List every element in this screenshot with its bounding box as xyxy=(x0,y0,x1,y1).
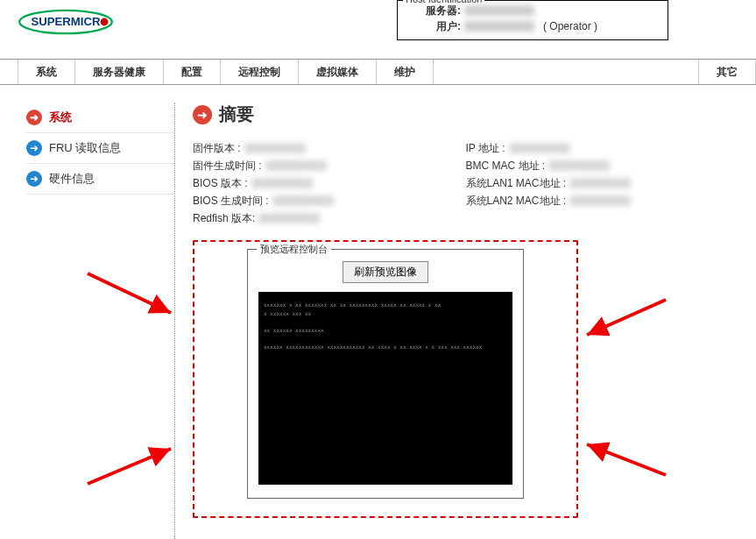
redfish-version-value: xx xyxy=(258,213,320,223)
header: SUPERMICR Host Identification 服务器: xxxxx… xyxy=(0,0,756,48)
lan2-mac-label: 系统LAN2 MAC地址 : xyxy=(466,194,570,209)
nav-system[interactable]: 系统 xyxy=(18,60,75,84)
arrow-right-icon: ➜ xyxy=(26,171,42,187)
bmc-mac-value: xxxxxxx xyxy=(548,160,610,171)
page-title-row: ➜ 摘要 xyxy=(193,103,738,126)
console-preview-image[interactable]: xxxxxxx x xx xxxxxxx xx xx xxxxxxxxx xxx… xyxy=(258,292,512,485)
ip-address-value: xxxx xyxy=(509,143,570,153)
lan2-mac-value: xxxxxx xyxy=(569,195,631,206)
refresh-preview-button[interactable]: 刷新预览图像 xyxy=(343,261,428,283)
firmware-version-value: xx xyxy=(244,143,306,153)
firmware-build-value: xxxxx xyxy=(265,160,327,171)
nav-server-health[interactable]: 服务器健康 xyxy=(75,60,164,84)
host-user-role: ( Operator ) xyxy=(543,20,597,32)
redfish-version-label: Redfish 版本: xyxy=(193,211,258,226)
firmware-build-label: 固件生成时间 : xyxy=(193,159,265,174)
sidebar: ➜ 系统 ➜ FRU 读取信息 ➜ 硬件信息 xyxy=(0,103,175,539)
ip-address-label: IP 地址 : xyxy=(466,141,509,156)
svg-line-5 xyxy=(587,300,666,335)
page-title: 摘要 xyxy=(219,103,254,126)
bmc-mac-label: BMC MAC 地址 : xyxy=(466,159,549,174)
remote-console-fieldset: 预览远程控制台 刷新预览图像 xxxxxxx x xx xxxxxxx xx x… xyxy=(247,249,524,499)
sidebar-item-label: 系统 xyxy=(49,110,72,125)
nav-other[interactable]: 其它 xyxy=(698,60,756,84)
host-identification-box: Host Identification 服务器: xxxxx 用户: xxxxx… xyxy=(397,0,668,40)
bios-version-value: x xyxy=(251,178,313,188)
annotation-arrow-icon xyxy=(578,436,675,491)
lan1-mac-value: xxxxxx xyxy=(569,178,631,188)
main-nav: 系统 服务器健康 配置 远程控制 虚拟媒体 维护 其它 xyxy=(0,59,756,85)
supermicro-logo: SUPERMICR xyxy=(18,4,114,42)
nav-config[interactable]: 配置 xyxy=(164,60,221,84)
nav-remote-control[interactable]: 远程控制 xyxy=(221,60,299,84)
host-user-label: 用户: xyxy=(403,19,464,34)
arrow-right-icon: ➜ xyxy=(26,110,42,125)
bios-version-label: BIOS 版本 : xyxy=(193,176,251,191)
info-grid: 固件版本 :xx 固件生成时间 :xxxxx BIOS 版本 :x BIOS 生… xyxy=(193,139,738,227)
host-server-value: xxxxx xyxy=(464,5,534,16)
nav-maintenance[interactable]: 维护 xyxy=(377,60,434,84)
nav-virtual-media[interactable]: 虚拟媒体 xyxy=(299,60,377,84)
sidebar-item-label: FRU 读取信息 xyxy=(49,140,121,156)
content: ➜ 摘要 固件版本 :xx 固件生成时间 :xxxxx BIOS 版本 :x B… xyxy=(175,103,756,539)
bios-build-value: xxxx xyxy=(272,195,334,206)
bios-build-label: BIOS 生成时间 : xyxy=(193,194,272,209)
host-id-legend: Host Identification xyxy=(403,0,484,4)
sidebar-item-label: 硬件信息 xyxy=(49,171,95,187)
sidebar-item-hardware[interactable]: ➜ 硬件信息 xyxy=(26,164,174,195)
lan1-mac-label: 系统LAN1 MAC地址 : xyxy=(466,176,570,191)
preview-legend: 预览远程控制台 xyxy=(257,243,331,256)
remote-console-preview-box: 预览远程控制台 刷新预览图像 xxxxxxx x xx xxxxxxx xx x… xyxy=(193,240,578,518)
arrow-right-icon: ➜ xyxy=(26,140,42,156)
firmware-version-label: 固件版本 : xyxy=(193,141,244,156)
svg-point-2 xyxy=(101,18,109,26)
sidebar-item-fru[interactable]: ➜ FRU 读取信息 xyxy=(26,133,174,164)
sidebar-item-system[interactable]: ➜ 系统 xyxy=(26,103,174,133)
host-server-label: 服务器: xyxy=(403,4,464,18)
arrow-right-icon: ➜ xyxy=(193,105,212,124)
svg-line-6 xyxy=(587,444,666,475)
host-user-value: xxxxx xyxy=(464,21,534,32)
svg-text:SUPERMICR: SUPERMICR xyxy=(31,15,101,28)
annotation-arrow-icon xyxy=(578,295,675,351)
